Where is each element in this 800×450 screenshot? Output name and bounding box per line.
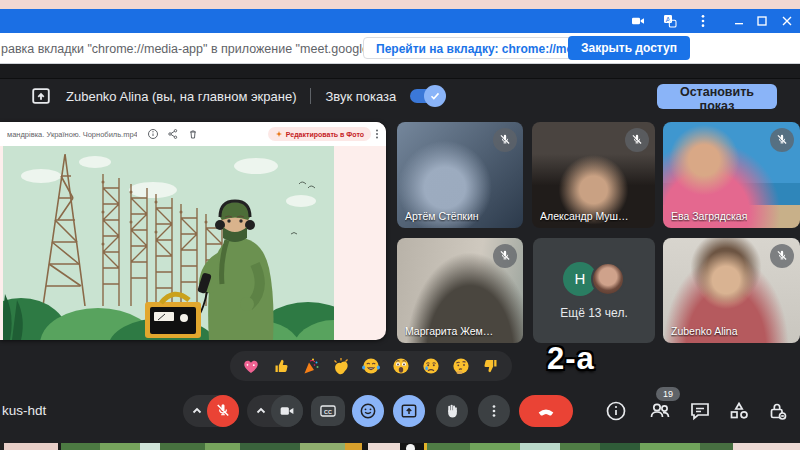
reactions-button[interactable] (352, 395, 384, 427)
overflow-count-label: Ещё 13 чел. (560, 306, 627, 320)
more-options-button[interactable] (478, 395, 510, 427)
participant-name: Zubenko Alina (671, 325, 738, 337)
reaction-tears-of-joy-icon[interactable] (361, 356, 381, 376)
background-page-edge (0, 0, 800, 9)
share-sound-toggle[interactable] (410, 89, 444, 103)
tab-capture-camera-icon[interactable] (630, 13, 646, 29)
captions-button[interactable]: CC (311, 396, 345, 426)
avatar-photo (591, 262, 625, 296)
activities-button[interactable] (727, 399, 751, 423)
overflow-avatars: Н (563, 262, 625, 296)
media-filename: мандрівка. Україною. Чорнобиль.mp4 (7, 130, 137, 139)
participant-tile[interactable]: Артём Стёпкин (397, 122, 523, 228)
close-icon[interactable] (779, 13, 795, 29)
class-label: 2-а (547, 341, 595, 377)
reactions-bar (230, 351, 512, 381)
mic-muted-button[interactable] (207, 395, 239, 427)
translate-icon[interactable]: A (662, 13, 678, 29)
raise-hand-button[interactable] (436, 395, 468, 427)
people-count-badge: 19 (656, 387, 680, 401)
edit-in-photos-button[interactable]: Редактировать в Фото (268, 127, 371, 141)
call-control-bar: kus-hdt CC 19 (0, 385, 800, 437)
meet-background (0, 64, 800, 78)
participant-name: Артём Стёпкин (405, 210, 479, 222)
mic-muted-icon (625, 128, 649, 152)
participant-name: Маргарита Жем… (405, 325, 493, 337)
media-app-toolbar: мандрівка. Україною. Чорнобиль.mp4 Редак… (0, 122, 386, 146)
svg-text:A: A (666, 16, 671, 23)
people-button[interactable] (648, 399, 672, 423)
svg-text:CC: CC (324, 409, 332, 415)
close-access-button[interactable]: Закрыть доступ (568, 36, 690, 60)
browser-titlebar: A (0, 9, 800, 33)
mic-options-chevron-icon[interactable] (185, 399, 209, 423)
more-icon[interactable] (371, 128, 383, 140)
reaction-thinking-face-icon[interactable] (451, 356, 471, 376)
host-controls-button[interactable] (765, 399, 789, 423)
reaction-sparkling-heart-icon[interactable] (241, 356, 261, 376)
participant-tile[interactable]: Маргарита Жем… (397, 238, 523, 343)
chrome-menu-icon[interactable] (695, 13, 711, 29)
reaction-thumbs-down-icon[interactable] (481, 356, 501, 376)
reaction-thumbs-up-icon[interactable] (271, 356, 291, 376)
camera-control-group (247, 395, 303, 427)
overflow-participants-tile[interactable]: Н Ещё 13 чел. (533, 238, 655, 343)
divider (310, 88, 311, 104)
tab-sharing-infobar: равка вкладки "chrome://media-app" в при… (0, 33, 800, 64)
shared-screen-media-app: мандрівка. Україною. Чорнобиль.mp4 Редак… (0, 122, 386, 340)
reaction-clapping-hands-icon[interactable] (331, 356, 351, 376)
reaction-astonished-face-icon[interactable] (391, 356, 411, 376)
participant-tile[interactable]: Ева Загрядская (663, 122, 800, 228)
reaction-crying-face-icon[interactable] (421, 356, 441, 376)
mic-control-group (183, 395, 239, 427)
mic-muted-icon (493, 128, 517, 152)
participant-tile[interactable]: Zubenko Alina (663, 238, 800, 343)
background-app-strip (0, 443, 800, 450)
end-call-button[interactable] (519, 395, 573, 427)
mic-muted-icon (770, 244, 794, 268)
delete-icon[interactable] (187, 128, 199, 140)
reaction-party-popper-icon[interactable] (301, 356, 321, 376)
minimize-icon[interactable] (731, 13, 747, 29)
presenter-name: Zubenko Alina (вы, на главном экране) (66, 89, 296, 104)
present-screen-icon (30, 85, 52, 107)
camera-button[interactable] (271, 395, 303, 427)
participant-tile[interactable]: Александр Муш… (532, 122, 655, 228)
meeting-code: kus-hdt (2, 403, 46, 418)
background-app-detail (406, 444, 415, 450)
meeting-info-button[interactable] (604, 399, 628, 423)
shared-video-illustration (3, 146, 334, 340)
camera-options-chevron-icon[interactable] (249, 399, 273, 423)
participant-name: Ева Загрядская (671, 210, 747, 222)
participant-name: Александр Муш… (540, 210, 629, 222)
stop-presenting-button[interactable]: Остановить показ (657, 84, 777, 109)
chat-button[interactable] (688, 399, 712, 423)
share-sound-label: Звук показа (325, 89, 396, 104)
present-button[interactable] (393, 395, 425, 427)
share-icon[interactable] (167, 128, 179, 140)
edit-in-photos-label: Редактировать в Фото (286, 131, 364, 138)
info-icon[interactable] (147, 128, 159, 140)
mic-muted-icon (493, 244, 517, 268)
maximize-icon[interactable] (754, 13, 770, 29)
sharing-message: равка вкладки "chrome://media-app" в при… (1, 42, 413, 56)
mic-muted-icon (770, 128, 794, 152)
screen: A равка вкладки "chrome://media-app" в п… (0, 0, 800, 450)
